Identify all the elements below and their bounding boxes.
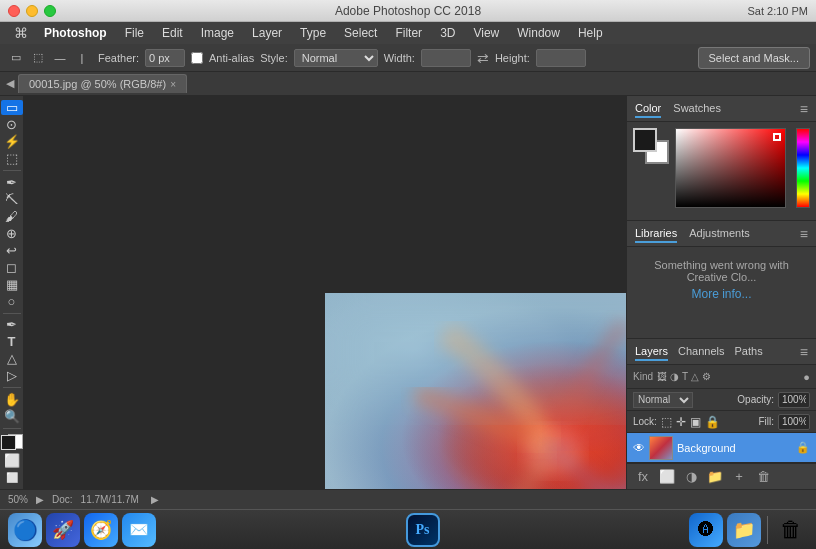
menu-3d[interactable]: 3D	[432, 24, 463, 42]
status-expand-arrow[interactable]: ▶	[151, 494, 159, 505]
menu-filter[interactable]: Filter	[387, 24, 430, 42]
adjustment-filter-icon[interactable]: ◑	[670, 371, 679, 382]
tool-clone[interactable]: ⊕	[1, 226, 23, 241]
canvas-area[interactable]	[24, 96, 626, 489]
tab-channels[interactable]: Channels	[678, 343, 724, 361]
shape-filter-icon[interactable]: △	[691, 371, 699, 382]
tool-quickmask[interactable]: ⬜	[1, 453, 23, 468]
menu-layer[interactable]: Layer	[244, 24, 290, 42]
fg-swatch[interactable]	[633, 128, 657, 152]
layer-row-background[interactable]: 👁 Background 🔒	[627, 433, 816, 463]
menu-type[interactable]: Type	[292, 24, 334, 42]
tool-quick-select[interactable]: ⚡	[1, 134, 23, 149]
color-spectrum-bar[interactable]	[796, 128, 810, 208]
tool-lasso[interactable]: ⊙	[1, 117, 23, 132]
tab-swatches[interactable]: Swatches	[673, 100, 721, 118]
text-filter-icon[interactable]: T	[682, 371, 688, 382]
tab-layers[interactable]: Layers	[635, 343, 668, 361]
tool-path[interactable]: ▷	[1, 368, 23, 383]
color-panel-menu-icon[interactable]: ≡	[800, 101, 808, 117]
dock-appstore[interactable]: 🅐	[689, 513, 723, 547]
menu-edit[interactable]: Edit	[154, 24, 191, 42]
width-input[interactable]	[421, 49, 471, 67]
select-mask-button[interactable]: Select and Mask...	[698, 47, 811, 69]
fg-bg-swatches[interactable]	[633, 128, 669, 164]
height-input[interactable]	[536, 49, 586, 67]
fg-color-swatch[interactable]	[1, 435, 16, 450]
layer-visibility-icon[interactable]: 👁	[633, 441, 645, 455]
menu-image[interactable]: Image	[193, 24, 242, 42]
opacity-input[interactable]	[778, 392, 810, 408]
tool-marquee[interactable]: ▭	[1, 100, 23, 115]
ellipse-select-icon[interactable]: ⬚	[28, 48, 48, 68]
maximize-button[interactable]	[44, 5, 56, 17]
rect-select-icon[interactable]: ▭	[6, 48, 26, 68]
layers-panel-menu-icon[interactable]: ≡	[800, 344, 808, 360]
title-bar: Adobe Photoshop CC 2018 Sat 2:10 PM	[0, 0, 816, 22]
tab-adjustments[interactable]: Adjustments	[689, 225, 750, 243]
document-tab[interactable]: 00015.jpg @ 50% (RGB/8#) ×	[18, 74, 187, 93]
tool-crop[interactable]: ⬚	[1, 151, 23, 166]
tool-gradient[interactable]: ▦	[1, 277, 23, 292]
tool-pen[interactable]: ✒	[1, 317, 23, 332]
dock-safari[interactable]: 🧭	[84, 513, 118, 547]
tool-screenmode[interactable]: ⬜	[1, 470, 23, 485]
dock-mail[interactable]: ✉️	[122, 513, 156, 547]
tool-history[interactable]: ↩	[1, 243, 23, 258]
feather-input[interactable]	[145, 49, 185, 67]
tool-hand[interactable]: ✋	[1, 392, 23, 407]
blend-mode-select[interactable]: Normal Multiply Screen	[633, 392, 693, 408]
single-col-icon[interactable]: |	[72, 48, 92, 68]
dock-finder[interactable]: 🔵	[8, 513, 42, 547]
layer-group-button[interactable]: 📁	[705, 467, 725, 487]
lock-pixels-icon[interactable]: ⬚	[661, 415, 672, 429]
layer-new-button[interactable]: +	[729, 467, 749, 487]
dock-trash[interactable]: 🗑	[774, 513, 808, 547]
layer-adjustment-button[interactable]: ◑	[681, 467, 701, 487]
tool-eyedropper[interactable]: ✒	[1, 175, 23, 190]
layer-delete-button[interactable]: 🗑	[753, 467, 773, 487]
menu-window[interactable]: Window	[509, 24, 568, 42]
dock-launchpad[interactable]: 🚀	[46, 513, 80, 547]
layer-fx-button[interactable]: fx	[633, 467, 653, 487]
tool-eraser[interactable]: ◻	[1, 260, 23, 275]
fill-input[interactable]	[778, 414, 810, 430]
tab-color[interactable]: Color	[635, 100, 661, 118]
window-controls[interactable]	[8, 5, 56, 17]
tool-text[interactable]: T	[1, 334, 23, 349]
tab-libraries[interactable]: Libraries	[635, 225, 677, 243]
antialias-checkbox[interactable]	[191, 49, 203, 67]
tool-shape[interactable]: △	[1, 351, 23, 366]
layer-mask-button[interactable]: ⬜	[657, 467, 677, 487]
tab-arrow-left[interactable]: ◀	[6, 77, 14, 90]
fg-bg-color-widget[interactable]	[1, 435, 23, 450]
menu-file[interactable]: File	[117, 24, 152, 42]
lock-all-icon[interactable]: 🔒	[705, 415, 720, 429]
close-button[interactable]	[8, 5, 20, 17]
dock-folder[interactable]: 📁	[727, 513, 761, 547]
filter-toggle[interactable]: ●	[803, 371, 810, 383]
menu-help[interactable]: Help	[570, 24, 611, 42]
tool-brush[interactable]: 🖌	[1, 209, 23, 224]
tool-zoom[interactable]: 🔍	[1, 409, 23, 424]
menu-select[interactable]: Select	[336, 24, 385, 42]
minimize-button[interactable]	[26, 5, 38, 17]
tab-close-icon[interactable]: ×	[170, 79, 176, 90]
style-select[interactable]: Normal Fixed Ratio Fixed Size	[294, 49, 378, 67]
tool-dodge[interactable]: ○	[1, 294, 23, 309]
single-row-icon[interactable]: —	[50, 48, 70, 68]
pixel-filter-icon[interactable]: 🖼	[657, 371, 667, 382]
libraries-panel-menu-icon[interactable]: ≡	[800, 226, 808, 242]
smart-filter-icon[interactable]: ⚙	[702, 371, 711, 382]
dock-photoshop[interactable]: Ps	[406, 513, 440, 547]
apple-menu[interactable]: ⌘	[8, 23, 34, 43]
menu-photoshop[interactable]: Photoshop	[36, 24, 115, 42]
tool-heal[interactable]: ⛏	[1, 192, 23, 207]
lock-position-icon[interactable]: ✛	[676, 415, 686, 429]
lock-artboard-icon[interactable]: ▣	[690, 415, 701, 429]
tab-paths[interactable]: Paths	[735, 343, 763, 361]
menu-view[interactable]: View	[465, 24, 507, 42]
color-picker-gradient[interactable]	[675, 128, 786, 208]
status-arrow[interactable]: ▶	[36, 494, 44, 505]
libraries-more-info-link[interactable]: More info...	[635, 287, 808, 301]
